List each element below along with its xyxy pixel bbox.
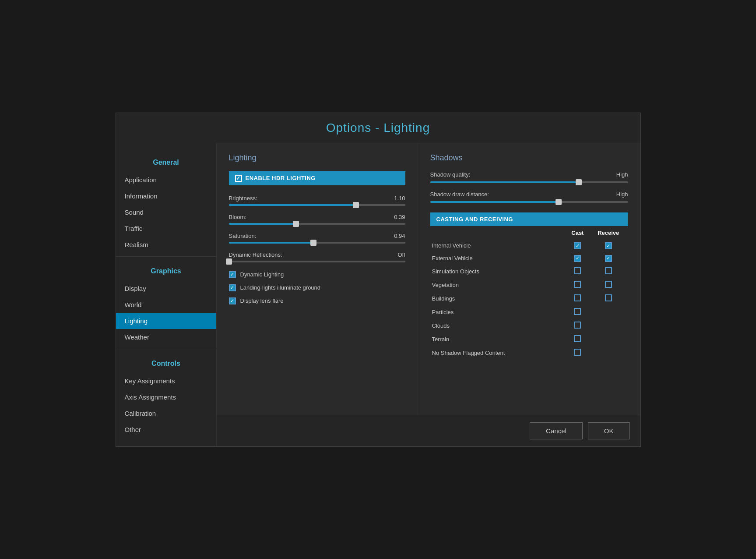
sidebar-item-key-assignments[interactable]: Key Assignments	[116, 373, 216, 389]
table-row: No Shadow Flagged Content	[430, 346, 628, 360]
sidebar-item-information[interactable]: Information	[116, 188, 216, 204]
saturation-fill	[229, 242, 313, 244]
table-header-empty	[430, 226, 566, 240]
dynamic-lighting-checkbox[interactable]	[229, 271, 236, 278]
table-row: Simulation Objects	[430, 265, 628, 278]
row-receive	[589, 346, 628, 360]
sidebar-item-other[interactable]: Other	[116, 421, 216, 438]
row-cast[interactable]	[566, 305, 589, 319]
row-cast[interactable]	[566, 278, 589, 292]
saturation-track[interactable]	[229, 242, 405, 244]
sidebar-item-realism[interactable]: Realism	[116, 237, 216, 253]
cast-checkbox-external[interactable]	[574, 255, 581, 262]
brightness-value: 1.10	[394, 195, 405, 202]
cast-checkbox-clouds[interactable]	[574, 322, 581, 329]
row-cast[interactable]	[566, 346, 589, 360]
cast-checkbox-noshadow[interactable]	[574, 349, 581, 356]
cancel-button[interactable]: Cancel	[530, 422, 583, 439]
landing-lights-row[interactable]: Landing-lights illuminate ground	[229, 284, 405, 291]
sidebar-item-display[interactable]: Display	[116, 280, 216, 297]
sidebar-item-traffic[interactable]: Traffic	[116, 220, 216, 237]
sidebar-item-world[interactable]: World	[116, 297, 216, 313]
main-content: Lighting ENABLE HDR LIGHTING Brightness:…	[217, 143, 640, 446]
cast-checkbox-sim[interactable]	[574, 267, 581, 274]
reflections-track[interactable]	[229, 261, 405, 262]
shadow-quality-value: High	[616, 171, 628, 178]
lens-flare-label: Display lens flare	[240, 297, 284, 304]
panels: Lighting ENABLE HDR LIGHTING Brightness:…	[217, 143, 640, 415]
hdr-checkbox[interactable]	[235, 175, 242, 182]
sidebar-divider-1	[116, 256, 216, 257]
landing-lights-checkbox[interactable]	[229, 284, 236, 291]
receive-checkbox-buildings[interactable]	[605, 294, 612, 301]
row-cast[interactable]	[566, 333, 589, 346]
sidebar-item-sound[interactable]: Sound	[116, 204, 216, 220]
ok-button[interactable]: OK	[588, 422, 630, 439]
reflections-thumb[interactable]	[226, 258, 232, 265]
row-cast[interactable]	[566, 319, 589, 333]
row-receive[interactable]	[589, 252, 628, 265]
saturation-label: Saturation:	[229, 233, 257, 239]
row-cast[interactable]	[566, 265, 589, 278]
row-receive	[589, 305, 628, 319]
bloom-label-row: Bloom: 0.39	[229, 214, 405, 220]
row-cast[interactable]	[566, 292, 589, 305]
brightness-label: Brightness:	[229, 195, 257, 202]
hdr-button[interactable]: ENABLE HDR LIGHTING	[229, 171, 405, 185]
row-label: Simulation Objects	[430, 265, 566, 278]
sidebar-item-calibration[interactable]: Calibration	[116, 405, 216, 421]
table-header-receive: Receive	[589, 226, 628, 240]
bloom-track[interactable]	[229, 223, 405, 225]
sidebar-item-application[interactable]: Application	[116, 172, 216, 188]
row-cast[interactable]	[566, 240, 589, 252]
brightness-track[interactable]	[229, 204, 405, 206]
row-receive[interactable]	[589, 292, 628, 305]
dynamic-lighting-row[interactable]: Dynamic Lighting	[229, 271, 405, 278]
saturation-value: 0.94	[394, 233, 405, 239]
landing-lights-label: Landing-lights illuminate ground	[240, 284, 321, 291]
table-row: Terrain	[430, 333, 628, 346]
shadow-quality-fill	[430, 181, 579, 183]
saturation-label-row: Saturation: 0.94	[229, 233, 405, 239]
cast-checkbox-particles[interactable]	[574, 308, 581, 315]
shadow-quality-thumb[interactable]	[576, 179, 582, 185]
controls-section-title: Controls	[116, 353, 216, 373]
reflections-value: Off	[397, 251, 405, 258]
options-dialog: Options - Lighting General Application I…	[116, 113, 641, 447]
sidebar-item-axis-assignments[interactable]: Axis Assignments	[116, 389, 216, 405]
lens-flare-checkbox[interactable]	[229, 297, 236, 304]
sidebar-item-weather[interactable]: Weather	[116, 329, 216, 345]
shadow-distance-track[interactable]	[430, 201, 628, 203]
row-receive	[589, 333, 628, 346]
reflections-row: Dynamic Reflections: Off	[229, 251, 405, 262]
cast-checkbox-terrain[interactable]	[574, 335, 581, 342]
row-receive[interactable]	[589, 240, 628, 252]
row-label: No Shadow Flagged Content	[430, 346, 566, 360]
lens-flare-row[interactable]: Display lens flare	[229, 297, 405, 304]
receive-checkbox-veg[interactable]	[605, 281, 612, 288]
bloom-thumb[interactable]	[293, 221, 299, 227]
shadow-distance-value: High	[616, 191, 628, 198]
cast-checkbox-veg[interactable]	[574, 281, 581, 288]
row-receive[interactable]	[589, 278, 628, 292]
row-receive[interactable]	[589, 265, 628, 278]
shadow-distance-label: Shadow draw distance:	[430, 191, 489, 198]
saturation-thumb[interactable]	[310, 240, 316, 246]
cast-checkbox-internal[interactable]	[574, 242, 581, 249]
shadow-quality-track[interactable]	[430, 181, 628, 183]
sidebar-item-lighting[interactable]: Lighting	[116, 313, 216, 329]
bloom-value: 0.39	[394, 214, 405, 220]
row-label: Terrain	[430, 333, 566, 346]
shadow-distance-fill	[430, 201, 559, 203]
brightness-thumb[interactable]	[353, 202, 359, 208]
row-cast[interactable]	[566, 252, 589, 265]
table-row: Clouds	[430, 319, 628, 333]
cast-checkbox-buildings[interactable]	[574, 294, 581, 301]
shadow-distance-thumb[interactable]	[556, 199, 562, 205]
receive-checkbox-internal[interactable]	[605, 242, 612, 249]
dialog-title: Options - Lighting	[116, 113, 640, 143]
lighting-panel: Lighting ENABLE HDR LIGHTING Brightness:…	[217, 143, 418, 415]
table-row: Internal Vehicle	[430, 240, 628, 252]
receive-checkbox-sim[interactable]	[605, 267, 612, 274]
receive-checkbox-external[interactable]	[605, 255, 612, 262]
